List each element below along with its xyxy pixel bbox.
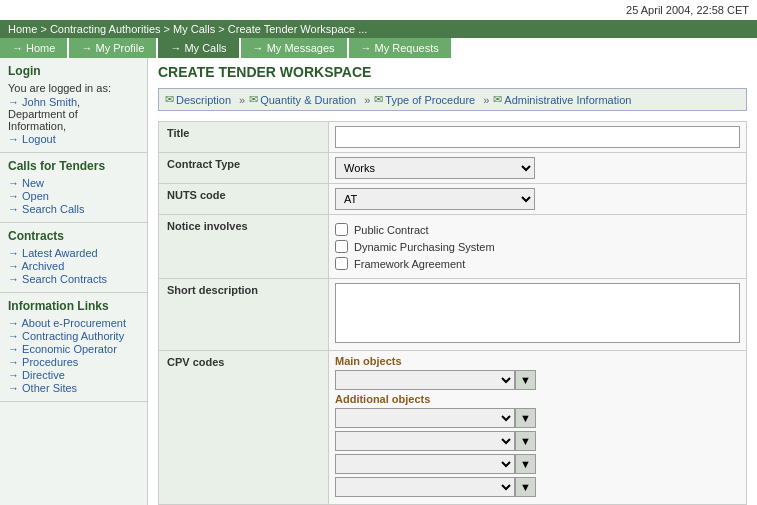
breadcrumb: Home > Contracting Authorities > My Call… <box>0 20 757 38</box>
contract-type-row: Contract Type Works Supplies Services <box>159 153 747 184</box>
sidebar-link-eprocurement[interactable]: About e-Procurement <box>8 317 139 329</box>
breadcrumb-text: Home > Contracting Authorities > My Call… <box>8 23 367 35</box>
step-admin-label[interactable]: Administrative Information <box>504 94 631 106</box>
additional-objects-label: Additional objects <box>335 393 740 405</box>
sidebar-info-title: Information Links <box>8 299 139 313</box>
sidebar-info: Information Links About e-Procurement Co… <box>0 293 147 402</box>
tab-messages[interactable]: → My Messages <box>241 38 347 58</box>
step-quantity-icon: ✉ <box>249 93 258 106</box>
notice-dps-label: Dynamic Purchasing System <box>354 241 495 253</box>
title-input[interactable] <box>335 126 740 148</box>
sidebar-calls-title: Calls for Tenders <box>8 159 139 173</box>
step-quantity-label[interactable]: Quantity & Duration <box>260 94 356 106</box>
notice-involves-label: Notice involves <box>159 215 329 279</box>
sidebar-link-contracting-authority[interactable]: Contracting Authority <box>8 330 139 342</box>
additional-objects-select-3[interactable] <box>335 454 515 474</box>
title-row: Title <box>159 122 747 153</box>
additional-objects-dropdown-btn-4[interactable]: ▼ <box>515 477 536 497</box>
sidebar-calls: Calls for Tenders New Open Search Calls <box>0 153 147 223</box>
notice-dps-checkbox[interactable] <box>335 240 348 253</box>
nuts-code-select[interactable]: AT BE DE FR UK <box>335 188 535 210</box>
page-title: CREATE TENDER WORKSPACE <box>158 64 747 80</box>
additional-objects-dropdown-btn-2[interactable]: ▼ <box>515 431 536 451</box>
additional-objects-select-row-1: ▼ <box>335 408 740 428</box>
additional-objects-select-4[interactable] <box>335 477 515 497</box>
short-desc-label: Short description <box>159 279 329 351</box>
main-objects-select-1[interactable] <box>335 370 515 390</box>
contract-type-select[interactable]: Works Supplies Services <box>335 157 535 179</box>
step-description-label[interactable]: Description <box>176 94 231 106</box>
datetime: 25 April 2004, 22:58 CET <box>626 4 749 16</box>
short-desc-row: Short description <box>159 279 747 351</box>
notice-involves-input-cell: Public Contract Dynamic Purchasing Syste… <box>329 215 747 279</box>
additional-objects-dropdown-btn-3[interactable]: ▼ <box>515 454 536 474</box>
sidebar-contracts-title: Contracts <box>8 229 139 243</box>
sidebar-link-procedures[interactable]: Procedures <box>8 356 139 368</box>
main-objects-select-row-1: ▼ <box>335 370 740 390</box>
additional-objects-dropdown-btn-1[interactable]: ▼ <box>515 408 536 428</box>
additional-objects-select-2[interactable] <box>335 431 515 451</box>
steps-bar: ✉ Description » ✉ Quantity & Duration » … <box>158 88 747 111</box>
title-label: Title <box>159 122 329 153</box>
step-description-icon: ✉ <box>165 93 174 106</box>
sidebar-link-open[interactable]: Open <box>8 190 139 202</box>
notice-framework-label: Framework Agreement <box>354 258 465 270</box>
notice-public-contract-label: Public Contract <box>354 224 429 236</box>
cpv-row: CPV codes Main objects ▼ Additional obje… <box>159 351 747 505</box>
nuts-code-label: NUTS code <box>159 184 329 215</box>
sidebar-org2: Information <box>8 120 63 132</box>
cpv-input-cell: Main objects ▼ Additional objects ▼ ▼ <box>329 351 747 505</box>
additional-objects-select-1[interactable] <box>335 408 515 428</box>
step-procedure: ✉ Type of Procedure <box>374 93 475 106</box>
tab-calls[interactable]: → My Calls <box>158 38 238 58</box>
sidebar-link-economic-operator[interactable]: Economic Operator <box>8 343 139 355</box>
sidebar-login-title: Login <box>8 64 139 78</box>
nuts-code-input-cell: AT BE DE FR UK <box>329 184 747 215</box>
content-area: CREATE TENDER WORKSPACE ✉ Description » … <box>148 58 757 505</box>
notice-public-contract-row: Public Contract <box>335 223 740 236</box>
nav-tabs: → Home → My Profile → My Calls → My Mess… <box>0 38 757 58</box>
additional-objects-select-row-2: ▼ <box>335 431 740 451</box>
step-admin: ✉ Administrative Information <box>493 93 631 106</box>
step-procedure-icon: ✉ <box>374 93 383 106</box>
notice-framework-row: Framework Agreement <box>335 257 740 270</box>
step-procedure-label[interactable]: Type of Procedure <box>385 94 475 106</box>
tab-home[interactable]: → Home <box>0 38 67 58</box>
sidebar-loggedin-label: You are logged in as: <box>8 82 139 94</box>
notice-framework-checkbox[interactable] <box>335 257 348 270</box>
contract-type-input-cell: Works Supplies Services <box>329 153 747 184</box>
main-objects-dropdown-btn-1[interactable]: ▼ <box>515 370 536 390</box>
sidebar-link-other-sites[interactable]: Other Sites <box>8 382 139 394</box>
notice-involves-row: Notice involves Public Contract Dynamic … <box>159 215 747 279</box>
cpv-codes-label: CPV codes <box>159 351 329 505</box>
sidebar-link-directive[interactable]: Directive <box>8 369 139 381</box>
short-desc-input-cell <box>329 279 747 351</box>
additional-objects-select-row-4: ▼ <box>335 477 740 497</box>
sidebar-username[interactable]: John Smith <box>8 96 77 108</box>
additional-objects-select-row-3: ▼ <box>335 454 740 474</box>
short-desc-textarea[interactable] <box>335 283 740 343</box>
step-quantity: ✉ Quantity & Duration <box>249 93 356 106</box>
top-bar: 25 April 2004, 22:58 CET <box>0 0 757 20</box>
main-layout: Login You are logged in as: John Smith, … <box>0 58 757 505</box>
main-objects-label: Main objects <box>335 355 740 367</box>
sidebar-link-archived[interactable]: Archived <box>8 260 139 272</box>
sidebar-contracts: Contracts Latest Awarded Archived Search… <box>0 223 147 293</box>
notice-dps-row: Dynamic Purchasing System <box>335 240 740 253</box>
title-input-cell <box>329 122 747 153</box>
sidebar-link-new[interactable]: New <box>8 177 139 189</box>
nuts-code-row: NUTS code AT BE DE FR UK <box>159 184 747 215</box>
notice-public-contract-checkbox[interactable] <box>335 223 348 236</box>
sidebar-link-search-calls[interactable]: Search Calls <box>8 203 139 215</box>
step-admin-icon: ✉ <box>493 93 502 106</box>
sidebar-logout[interactable]: Logout <box>8 133 139 145</box>
contract-type-label: Contract Type <box>159 153 329 184</box>
sidebar-login: Login You are logged in as: John Smith, … <box>0 58 147 153</box>
sidebar: Login You are logged in as: John Smith, … <box>0 58 148 505</box>
sidebar-link-search-contracts[interactable]: Search Contracts <box>8 273 139 285</box>
sidebar-link-latest-awarded[interactable]: Latest Awarded <box>8 247 139 259</box>
tab-requests[interactable]: → My Requests <box>349 38 451 58</box>
tab-profile[interactable]: → My Profile <box>69 38 156 58</box>
step-description: ✉ Description <box>165 93 231 106</box>
form-table: Title Contract Type Works Supplies Servi… <box>158 121 747 505</box>
